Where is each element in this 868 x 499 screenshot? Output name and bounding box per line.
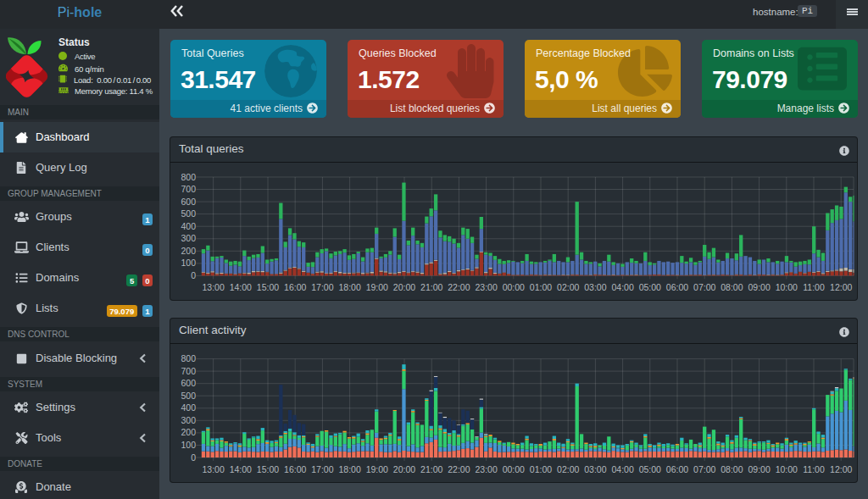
svg-text:01:00: 01:00 — [530, 464, 552, 474]
svg-text:19:00: 19:00 — [366, 282, 388, 292]
svg-text:08:00: 08:00 — [721, 282, 743, 292]
svg-text:04:00: 04:00 — [611, 282, 633, 292]
svg-text:06:00: 06:00 — [666, 282, 688, 292]
svg-text:13:00: 13:00 — [202, 282, 224, 292]
svg-text:00:00: 00:00 — [503, 282, 525, 292]
svg-text:03:00: 03:00 — [584, 282, 606, 292]
svg-text:800: 800 — [181, 353, 196, 363]
svg-text:14:00: 14:00 — [230, 464, 252, 474]
svg-text:15:00: 15:00 — [257, 464, 279, 474]
svg-text:05:00: 05:00 — [639, 464, 661, 474]
svg-text:700: 700 — [181, 184, 196, 194]
svg-text:21:00: 21:00 — [420, 282, 442, 292]
svg-text:10:00: 10:00 — [776, 464, 798, 474]
svg-text:300: 300 — [181, 415, 196, 425]
svg-text:23:00: 23:00 — [475, 282, 497, 292]
svg-text:08:00: 08:00 — [721, 464, 743, 474]
svg-text:0: 0 — [191, 452, 196, 463]
svg-text:04:00: 04:00 — [611, 464, 633, 474]
svg-text:20:00: 20:00 — [393, 464, 415, 474]
svg-text:07:00: 07:00 — [693, 464, 715, 474]
svg-text:09:00: 09:00 — [748, 464, 770, 474]
svg-text:02:00: 02:00 — [557, 282, 579, 292]
svg-text:18:00: 18:00 — [338, 282, 360, 292]
svg-text:02:00: 02:00 — [557, 464, 579, 474]
svg-text:17:00: 17:00 — [311, 464, 333, 474]
svg-text:400: 400 — [181, 221, 196, 231]
svg-text:14:00: 14:00 — [230, 282, 252, 292]
svg-text:400: 400 — [181, 402, 196, 413]
svg-text:21:00: 21:00 — [420, 464, 442, 474]
svg-text:500: 500 — [181, 208, 196, 219]
svg-text:03:00: 03:00 — [584, 464, 606, 474]
svg-text:07:00: 07:00 — [693, 282, 715, 292]
svg-text:200: 200 — [181, 246, 196, 256]
svg-text:0: 0 — [191, 270, 196, 280]
svg-text:500: 500 — [181, 391, 196, 401]
svg-text:15:00: 15:00 — [257, 282, 279, 292]
svg-text:16:00: 16:00 — [284, 464, 306, 474]
svg-text:11:00: 11:00 — [803, 464, 825, 474]
svg-text:800: 800 — [181, 172, 196, 182]
svg-text:18:00: 18:00 — [338, 464, 360, 474]
svg-text:13:00: 13:00 — [202, 464, 224, 474]
svg-text:600: 600 — [181, 197, 196, 207]
svg-text:20:00: 20:00 — [393, 282, 415, 292]
svg-text:17:00: 17:00 — [311, 282, 333, 292]
svg-text:200: 200 — [181, 427, 196, 437]
svg-text:100: 100 — [181, 440, 196, 450]
svg-text:22:00: 22:00 — [448, 464, 470, 474]
svg-text:10:00: 10:00 — [776, 282, 798, 292]
svg-text:00:00: 00:00 — [503, 464, 525, 474]
svg-text:22:00: 22:00 — [448, 282, 470, 292]
svg-text:23:00: 23:00 — [475, 464, 497, 474]
svg-text:09:00: 09:00 — [748, 282, 770, 292]
svg-text:05:00: 05:00 — [639, 282, 661, 292]
svg-text:700: 700 — [181, 366, 196, 376]
svg-text:16:00: 16:00 — [284, 282, 306, 292]
svg-text:11:00: 11:00 — [803, 282, 825, 292]
svg-text:12:00: 12:00 — [830, 282, 852, 292]
svg-text:100: 100 — [181, 258, 196, 268]
svg-text:600: 600 — [181, 378, 196, 388]
svg-text:12:00: 12:00 — [830, 464, 852, 474]
svg-text:300: 300 — [181, 233, 196, 243]
svg-text:06:00: 06:00 — [666, 464, 688, 474]
svg-text:01:00: 01:00 — [530, 282, 552, 292]
svg-text:19:00: 19:00 — [366, 464, 388, 474]
